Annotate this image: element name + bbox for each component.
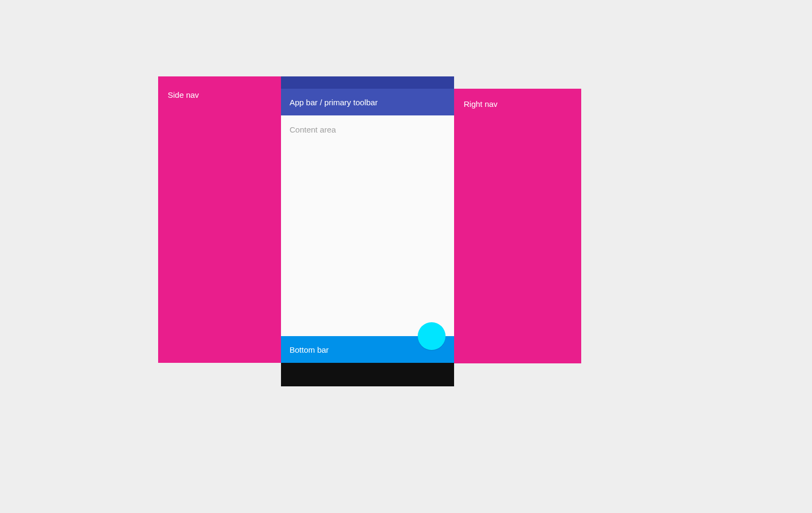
side-nav-panel: Side nav bbox=[158, 76, 281, 363]
android-nav-bar bbox=[281, 363, 454, 386]
device-frame: App bar / primary toolbar Content area B… bbox=[281, 76, 454, 386]
side-nav-label: Side nav bbox=[168, 90, 199, 99]
right-nav-panel: Right nav bbox=[454, 89, 581, 363]
app-bar-label: App bar / primary toolbar bbox=[290, 98, 378, 107]
app-bar: App bar / primary toolbar bbox=[281, 89, 454, 115]
content-area-label: Content area bbox=[290, 125, 336, 134]
floating-action-button[interactable] bbox=[418, 322, 446, 350]
bottom-bar-label: Bottom bar bbox=[290, 345, 329, 354]
status-bar bbox=[281, 76, 454, 89]
right-nav-label: Right nav bbox=[464, 99, 497, 108]
content-area: Content area bbox=[281, 115, 454, 336]
diagram-canvas: Side nav Right nav App bar / primary too… bbox=[0, 0, 812, 513]
